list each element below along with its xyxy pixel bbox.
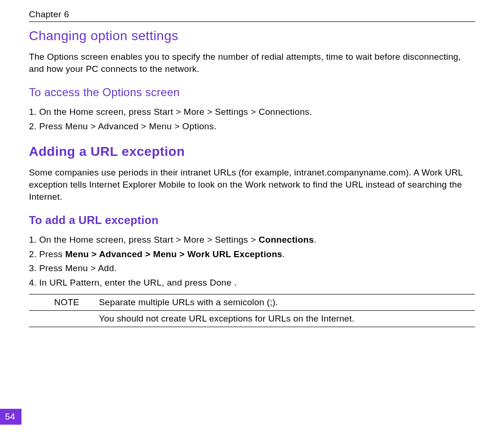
- subheading-access-options: To access the Options screen: [29, 86, 475, 99]
- step-text: Press Menu > Add.: [39, 263, 117, 273]
- note-row-2: You should not create URL exceptions for…: [29, 311, 475, 327]
- page-number: 54: [0, 409, 21, 425]
- section1-intro: The Options screen enables you to specif…: [29, 51, 475, 75]
- step-num: 3.: [29, 262, 39, 275]
- note-section: NOTE Separate multiple URLs with a semic…: [29, 294, 475, 327]
- section2-step2: 2.Press Menu > Advanced > Menu > Work UR…: [29, 248, 475, 261]
- step-text-pre: On the Home screen, press Start > More >…: [39, 235, 259, 245]
- chapter-header: Chapter 6: [29, 9, 475, 22]
- section2-step1: 1.On the Home screen, press Start > More…: [29, 233, 475, 247]
- note-text-2: You should not create URL exceptions for…: [99, 314, 475, 324]
- step-text-post: .: [314, 235, 317, 245]
- section-title-url-exception: Adding a URL exception: [29, 144, 475, 159]
- step-num: 1.: [29, 233, 39, 247]
- step-num: 1.: [29, 105, 39, 119]
- step-num: 2.: [29, 248, 39, 261]
- section2-step3: 3.Press Menu > Add.: [29, 262, 475, 275]
- step-text: Press Menu > Advanced > Menu > Options.: [39, 121, 217, 131]
- note-text-1: Separate multiple URLs with a semicolon …: [99, 297, 475, 308]
- note-label-empty: [29, 314, 99, 324]
- step-text-pre: Press: [39, 249, 65, 259]
- section2-intro: Some companies use periods in their intr…: [29, 167, 475, 203]
- section-title-changing-options: Changing option settings: [29, 28, 475, 43]
- step-num: 4.: [29, 276, 39, 290]
- step-text: In URL Pattern, enter the URL, and press…: [39, 278, 237, 287]
- section1-step1: 1.On the Home screen, press Start > More…: [29, 105, 475, 119]
- subheading-add-url-exception: To add a URL exception: [29, 214, 475, 227]
- note-row-1: NOTE Separate multiple URLs with a semic…: [29, 294, 475, 310]
- step-text-bold: Menu > Advanced > Menu > Work URL Except…: [65, 249, 282, 259]
- section1-step2: 2.Press Menu > Advanced > Menu > Options…: [29, 120, 475, 133]
- step-text-bold: Connections: [259, 235, 314, 245]
- step-text-post: .: [282, 249, 285, 259]
- step-text: On the Home screen, press Start > More >…: [39, 107, 312, 117]
- step-num: 2.: [29, 120, 39, 133]
- note-label: NOTE: [29, 297, 99, 308]
- section2-step4: 4.In URL Pattern, enter the URL, and pre…: [29, 276, 475, 290]
